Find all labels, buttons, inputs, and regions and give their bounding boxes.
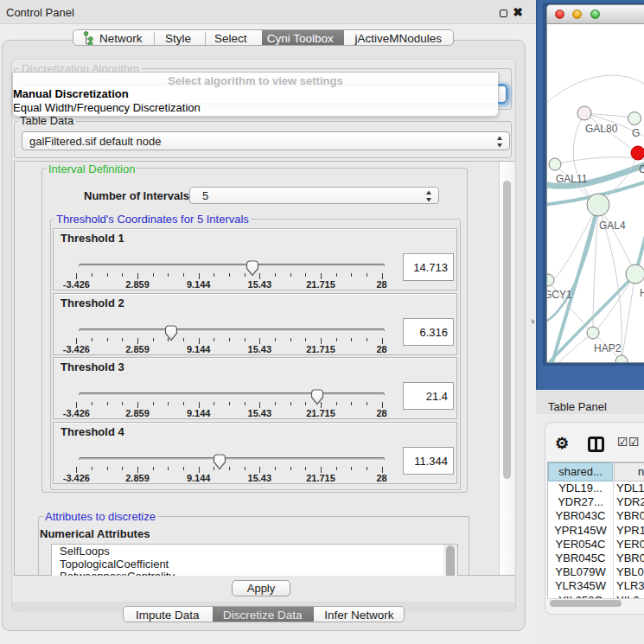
svg-text:H: H: [640, 287, 644, 299]
svg-text:GAL11: GAL11: [556, 173, 588, 185]
svg-text:GAL4: GAL4: [599, 220, 626, 232]
svg-text:GAL80: GAL80: [585, 123, 618, 135]
svg-text:HAP2: HAP2: [594, 342, 622, 354]
svg-text:G: G: [632, 127, 640, 139]
svg-text:GCY1: GCY1: [547, 289, 572, 301]
svg-text:C: C: [639, 163, 644, 175]
